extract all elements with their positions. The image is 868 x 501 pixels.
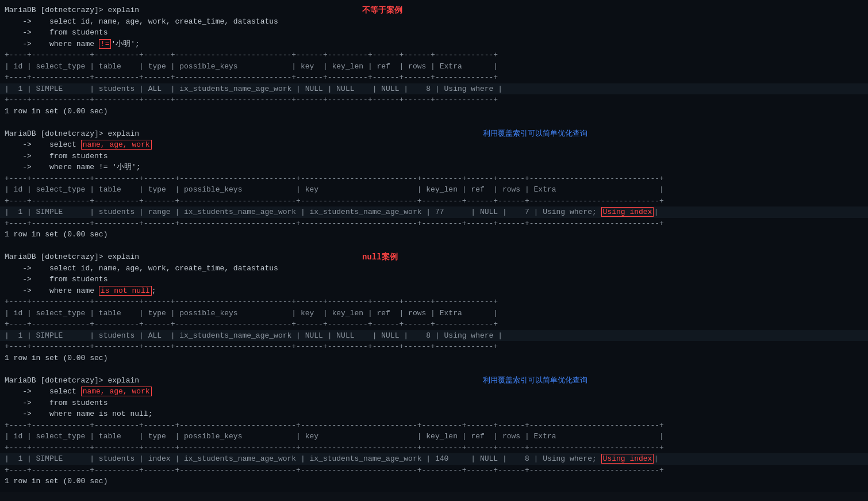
annotation-neq: 不等于案例 — [362, 5, 402, 17]
table-header-4: | id | select_type | table | type | poss… — [0, 431, 868, 442]
table-sep-3a: +----+-------------+----------+------+--… — [0, 296, 868, 308]
table-sep-1c: +----+-------------+----------+------+--… — [0, 94, 868, 106]
prompt-line-1-1: MariaDB [dotnetcrazy]> explain — [0, 5, 868, 16]
section-neq: MariaDB [dotnetcrazy]> explain -> select… — [0, 5, 868, 117]
prompt-line-1-4: -> where name !='小明'; — [0, 39, 868, 50]
section-null: null案例 MariaDB [dotnetcrazy]> explain ->… — [0, 251, 868, 364]
row-result-1: 1 row in set (0.00 sec) — [0, 107, 112, 116]
prompt-line-3-1: MariaDB [dotnetcrazy]> explain — [0, 251, 868, 263]
table-header-1: | id | select_type | table | type | poss… — [0, 61, 868, 72]
prompt-line-4-2: -> select name, age, work — [0, 386, 868, 397]
select-cols-box-2: name, age, work — [81, 387, 152, 396]
table-row-1: | 1 | SIMPLE | students | ALL | ix_stude… — [0, 83, 868, 95]
table-row-4: | 1 | SIMPLE | students | index | ix_stu… — [0, 453, 868, 465]
prompt-line-3-2: -> select id, name, age, work, create_ti… — [0, 263, 868, 274]
prompt-line-2-2: -> select name, age, work — [0, 139, 868, 151]
table-header-2: | id | select_type | table | type | poss… — [0, 184, 868, 196]
table-row-3: | 1 | SIMPLE | students | ALL | ix_stude… — [0, 330, 868, 342]
prompt-line-2-4: -> where name != '小明'; — [0, 162, 868, 173]
blank-1 — [0, 117, 868, 128]
prompt-line-3-4: -> where name is not null; — [0, 285, 868, 297]
row-result-4: 1 row in set (0.00 sec) — [0, 477, 112, 485]
table-sep-1a: +----+-------------+----------+------+--… — [0, 49, 868, 61]
row-result-3: 1 row in set (0.00 sec) — [0, 354, 112, 362]
prompt-line-4-1: MariaDB [dotnetcrazy]> explain — [0, 375, 868, 387]
using-index-2: Using index — [601, 454, 654, 464]
annotation-covering-1: 利用覆盖索引可以简单优化查询 — [483, 128, 587, 140]
annotation-null: null案例 — [362, 251, 398, 263]
table-sep-2b: +----+-------------+----------+-------+-… — [0, 196, 868, 207]
section-null-covering: 利用覆盖索引可以简单优化查询 MariaDB [dotnetcrazy]> ex… — [0, 375, 868, 487]
table-sep-2a: +----+-------------+----------+-------+-… — [0, 173, 868, 185]
prompt-line-2-1: MariaDB [dotnetcrazy]> explain — [0, 128, 868, 140]
blank-2 — [0, 240, 868, 252]
table-sep-3c: +----+-------------+----------+------+--… — [0, 341, 868, 353]
table-sep-1b: +----+-------------+----------+------+--… — [0, 72, 868, 83]
neq-operator: != — [99, 39, 112, 49]
is-not-null-box: is not null — [99, 286, 152, 296]
prompt-line-1-2: -> select id, name, age, work, create_ti… — [0, 16, 868, 28]
prompt-line-1-3: -> from students — [0, 27, 868, 39]
using-index-1: Using index — [601, 207, 654, 217]
table-header-3: | id | select_type | table | type | poss… — [0, 308, 868, 319]
prompt-line-3-3: -> from students — [0, 274, 868, 285]
table-sep-3b: +----+-------------+----------+------+--… — [0, 319, 868, 330]
blank-3 — [0, 364, 868, 375]
prompt-line-4-4: -> where name is not null; — [0, 408, 868, 420]
prompt-line-4-3: -> from students — [0, 397, 868, 409]
table-sep-4c: +----+-------------+----------+-------+-… — [0, 465, 868, 476]
table-sep-2c: +----+-------------+----------+-------+-… — [0, 218, 868, 230]
row-result-2: 1 row in set (0.00 sec) — [0, 230, 112, 239]
table-sep-4b: +----+-------------+----------+-------+-… — [0, 442, 868, 454]
prompt-line-2-3: -> from students — [0, 151, 868, 162]
annotation-covering-2: 利用覆盖索引可以简单优化查询 — [483, 375, 587, 387]
table-row-2: | 1 | SIMPLE | students | range | ix_stu… — [0, 206, 868, 218]
table-sep-4a: +----+-------------+----------+-------+-… — [0, 420, 868, 431]
select-cols-box-1: name, age, work — [81, 140, 152, 150]
terminal: MariaDB [dotnetcrazy]> explain -> select… — [0, 0, 868, 492]
